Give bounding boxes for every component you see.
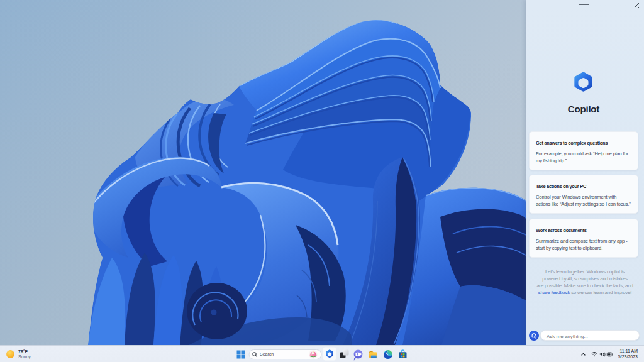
svg-text:Search: Search: [260, 352, 274, 356]
